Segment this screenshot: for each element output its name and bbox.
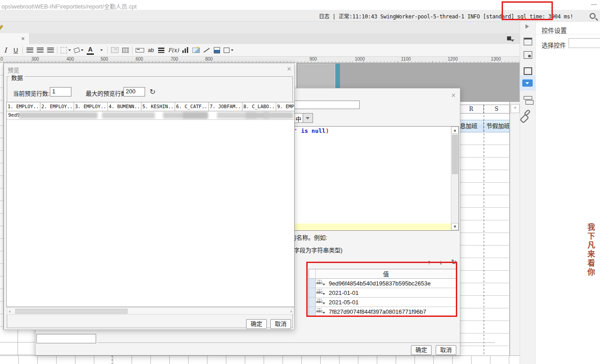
fill-color-button[interactable] — [74, 46, 84, 55]
ruler-tick: 600 — [136, 57, 143, 61]
column-header-r[interactable]: R — [459, 105, 484, 114]
image-button[interactable] — [192, 46, 200, 55]
tab-close-icon[interactable]: × — [21, 35, 25, 42]
textfield-widget-button[interactable] — [136, 46, 144, 55]
refresh-icon[interactable]: ↻ — [150, 88, 155, 96]
current-rows-label: 当前预览行数: — [13, 89, 50, 97]
widget-info-icon[interactable] — [524, 51, 532, 59]
align-right-button[interactable] — [47, 46, 54, 55]
first-cell-value: 9ed9 — [8, 112, 20, 118]
app-window: ops\webroot\WEB-INF\reportlets/report/全勤… — [0, 0, 600, 364]
dropdown-widget-icon[interactable] — [522, 79, 533, 87]
scroll-down-icon[interactable]: ▼ — [451, 223, 459, 230]
ruler-tick: 700 — [171, 57, 178, 61]
current-rows-input[interactable]: 1 — [50, 87, 71, 96]
max-rows-label: 最大的预览行数: — [86, 89, 128, 97]
max-rows-input[interactable]: 200 — [124, 87, 145, 96]
cell-overtime-rest[interactable]: 息加班 — [459, 120, 484, 132]
shape-button[interactable] — [224, 46, 234, 55]
redacted-cell — [264, 112, 293, 118]
line-button[interactable] — [203, 46, 210, 55]
chart-button[interactable] — [182, 46, 189, 55]
toolbar-separator — [57, 46, 57, 54]
ruler-tick: 1100 — [401, 57, 411, 61]
ok-button[interactable]: 确定 — [246, 319, 267, 329]
close-icon[interactable]: × — [287, 65, 291, 73]
preview-column-header: 6. C_CATF... — [175, 102, 209, 111]
merge-cell-button[interactable] — [111, 46, 119, 55]
collapse-panel-icon[interactable] — [525, 24, 531, 29]
scroll-up-icon[interactable]: ^ — [511, 104, 520, 113]
ruler-tick: 1000 — [355, 57, 365, 61]
preview-column-header: 5. KESHIN... — [141, 102, 175, 111]
report-tab[interactable] — [0, 33, 30, 44]
search-icon[interactable] — [590, 13, 596, 19]
ruler-tick: 900 — [309, 57, 317, 61]
preview-column-header: 4. BUMENN... — [108, 102, 141, 111]
cell-overtime-holiday[interactable]: 节假加班 — [484, 120, 510, 132]
ruler-tick: 400 — [66, 57, 74, 61]
scroll-up-icon[interactable]: ▲ — [451, 127, 459, 134]
cancel-button[interactable]: 取消 — [270, 319, 291, 329]
ruler-tick: 1300 — [491, 57, 501, 61]
horizontal-scrollbar[interactable]: ‹ › — [7, 307, 294, 315]
grid-button[interactable] — [122, 46, 129, 55]
page-break-line — [484, 105, 484, 364]
minimize-icon[interactable]: — — [591, 1, 597, 8]
sheet-left-edge — [0, 63, 4, 330]
parameter-pane-widget[interactable] — [298, 64, 335, 88]
rich-text-button[interactable] — [158, 46, 165, 55]
page-break-line-2 — [112, 355, 112, 364]
chevron-down-icon[interactable] — [303, 113, 313, 123]
toolbar-separator — [22, 46, 23, 54]
font-color-button[interactable]: A — [87, 46, 94, 55]
align-center-button[interactable] — [36, 46, 44, 55]
scroll-right-icon[interactable]: › — [290, 308, 292, 314]
italic-button[interactable]: I — [2, 46, 9, 55]
border-button[interactable] — [61, 46, 71, 55]
preview-column-header: 7. JOBFAM... — [209, 102, 243, 111]
font-color-dropdown[interactable] — [97, 46, 104, 55]
scrollbar-thumb[interactable] — [15, 309, 128, 314]
preview-column-header: 2. EMPLOY... — [40, 102, 74, 111]
vertical-scrollbar[interactable]: ^ — [510, 102, 520, 364]
ok-button[interactable]: 确定 — [411, 345, 432, 355]
cancel-button[interactable]: 取消 — [436, 345, 456, 355]
select-widget-label: 选择控件 — [542, 40, 566, 49]
scroll-left-icon[interactable]: ‹ — [9, 308, 11, 314]
annotation-box-parameters — [306, 262, 457, 317]
align-left-button[interactable] — [26, 46, 33, 55]
tab-strip — [0, 33, 520, 44]
annotation-box-sql-time — [502, 1, 553, 20]
data-group-label: 数据 — [9, 73, 25, 82]
preview-column-header: 8. C_LABO... — [243, 102, 276, 111]
formula-button[interactable]: F(x) — [168, 46, 179, 55]
panel-border — [97, 342, 495, 343]
select-widget-input[interactable] — [569, 38, 600, 48]
report-block-button[interactable] — [213, 46, 221, 55]
grid-bottom-left — [0, 330, 35, 355]
close-icon[interactable]: × — [451, 92, 455, 100]
cell-attributes-icon[interactable] — [524, 67, 532, 75]
preview-data-row: 9ed9 — [7, 111, 294, 120]
hyperlink-icon[interactable] — [524, 109, 531, 116]
widget-settings-icon[interactable] — [524, 38, 532, 45]
sql-editor-scrollbar[interactable]: ▲ ▼ — [451, 127, 459, 230]
scrollbar-thumb[interactable] — [452, 135, 458, 174]
preview-column-header: 9. EMP — [276, 102, 294, 111]
help-text-1: 的名称。例如: — [291, 233, 327, 241]
horizontal-ruler: 03004005006007008009001000110012001300 — [0, 57, 520, 63]
ruler-tick: 300 — [31, 57, 39, 61]
format-toolbar: I U A ab F(x) — [0, 44, 520, 57]
underline-button[interactable]: U — [12, 46, 19, 55]
toggle-view-icon[interactable] — [507, 36, 511, 40]
spreadsheet-right: R S 息加班 节假加班 — [459, 102, 510, 364]
grid-rows — [459, 132, 510, 364]
preview-column-header: 1. EMPLOY... — [7, 102, 40, 111]
text-widget-button[interactable]: ab — [147, 46, 154, 55]
toolbar-separator — [132, 46, 132, 54]
float-element-icon[interactable] — [524, 96, 532, 100]
control-settings-panel: 控件设置 选择控件 — [535, 22, 600, 364]
bottom-left-input[interactable] — [36, 334, 96, 343]
column-header-s[interactable]: S — [484, 105, 510, 114]
